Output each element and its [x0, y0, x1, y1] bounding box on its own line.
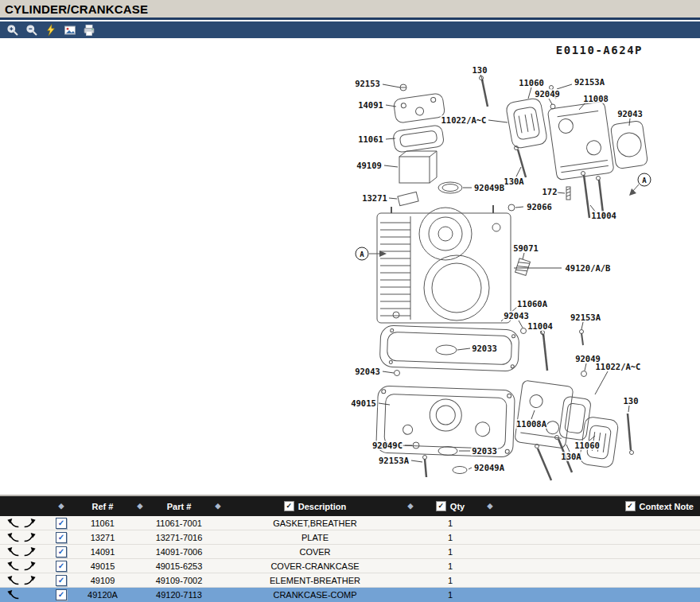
- column-context-note-label: Context Note: [640, 502, 694, 511]
- column-context-note[interactable]: ✓ Context Note: [498, 496, 700, 516]
- row-checkbox-icon[interactable]: ✓: [56, 518, 67, 529]
- part-label: 130A: [560, 452, 581, 461]
- column-description-label: Description: [298, 502, 347, 511]
- part-label: 130: [472, 65, 488, 75]
- row-checkbox-icon[interactable]: ✓: [56, 575, 67, 586]
- part-label: 92066: [526, 202, 553, 212]
- row-context-note: [498, 573, 700, 587]
- undo-arrow-icon[interactable]: [6, 532, 20, 542]
- toolbar: [0, 21, 700, 38]
- column-qty-label: Qty: [450, 502, 465, 511]
- part-label: 92153A: [378, 456, 410, 465]
- row-checkbox-icon[interactable]: ✓: [56, 561, 67, 572]
- table-row[interactable]: ✓1409114091-7006COVER1: [0, 545, 700, 559]
- part-label: 172: [542, 187, 558, 196]
- part-label: 11061: [357, 134, 384, 144]
- row-part: 49120-7113: [150, 588, 208, 601]
- check-icon: ✓: [438, 503, 445, 510]
- part-label: 49109: [356, 161, 383, 170]
- row-ref: 13271: [75, 530, 130, 544]
- check-icon: ✓: [627, 503, 633, 510]
- redo-arrow-icon[interactable]: [23, 532, 37, 542]
- row-qty: 1: [418, 530, 482, 544]
- app-window: CYLINDER/CRANKCASE: [0, 0, 700, 602]
- sort-icon[interactable]: ◆: [488, 503, 493, 510]
- row-context-note: [498, 516, 700, 530]
- row-arrow-group: [0, 530, 48, 544]
- row-description: PLATE: [228, 530, 402, 544]
- undo-arrow-icon[interactable]: [6, 575, 20, 585]
- row-arrow-group: [0, 559, 48, 573]
- part-label: 92153A: [570, 313, 601, 322]
- part-label: 130A: [503, 177, 524, 186]
- part-label: 11060A: [516, 299, 548, 309]
- undo-arrow-icon[interactable]: [6, 546, 20, 557]
- table-header: ◆ Ref # ◆ Part # ◆ ✓ Description ◆ ✓ Qty…: [0, 496, 700, 516]
- header-spacer: [0, 496, 48, 516]
- row-description: CRANKCASE-COMP: [228, 588, 402, 601]
- row-context-note: [498, 545, 700, 558]
- row-qty: 1: [418, 545, 482, 558]
- sort-icon[interactable]: ◆: [408, 503, 414, 510]
- part-label: 11008: [582, 94, 609, 103]
- image-icon[interactable]: [64, 24, 76, 37]
- part-label: 59071: [512, 243, 539, 253]
- row-description: ELEMENT-BREATHER: [228, 573, 402, 587]
- redo-arrow-icon[interactable]: [23, 546, 37, 557]
- lightning-icon[interactable]: [45, 24, 57, 37]
- row-qty: 1: [418, 588, 482, 601]
- sort-icon[interactable]: ◆: [138, 503, 143, 510]
- redo-arrow-icon[interactable]: [23, 518, 37, 528]
- row-checkbox-icon[interactable]: ✓: [56, 546, 67, 557]
- part-label: 92033: [471, 344, 498, 353]
- view-marker: A: [356, 247, 369, 261]
- table-row[interactable]: ✓4901549015-6253COVER-CRANKCASE1: [0, 559, 700, 573]
- redo-arrow-icon[interactable]: [23, 561, 37, 571]
- table-row[interactable]: ✓1106111061-7001GASKET,BREATHER1: [0, 516, 700, 530]
- redo-arrow-icon[interactable]: [23, 575, 37, 585]
- undo-arrow-icon[interactable]: [6, 561, 20, 571]
- row-part: 11061-7001: [150, 516, 208, 530]
- row-context-note: [498, 559, 700, 573]
- part-label: 92043: [354, 367, 381, 376]
- part-label: 92049C: [371, 441, 403, 450]
- table-row[interactable]: ✓49120A49120-7113CRANKCASE-COMP1: [0, 588, 700, 602]
- row-checkbox-icon[interactable]: ✓: [56, 532, 67, 543]
- row-description: COVER: [228, 545, 402, 558]
- zoom-in-icon[interactable]: [6, 24, 19, 37]
- row-ref: 49120A: [75, 588, 130, 601]
- print-icon[interactable]: [83, 24, 95, 37]
- row-part: 14091-7006: [150, 545, 208, 558]
- undo-arrow-icon[interactable]: [6, 589, 20, 600]
- qty-checkbox[interactable]: ✓: [436, 501, 446, 511]
- sort-icon[interactable]: ◆: [216, 503, 221, 510]
- column-ref[interactable]: Ref #: [75, 496, 130, 516]
- description-checkbox[interactable]: ✓: [284, 501, 294, 511]
- row-arrow-group: [0, 545, 48, 558]
- context-note-checkbox[interactable]: ✓: [625, 501, 636, 511]
- diagram-area: 921531301106092153A920491100892043140911…: [0, 38, 700, 495]
- parts-table: ◆ Ref # ◆ Part # ◆ ✓ Description ◆ ✓ Qty…: [0, 495, 700, 602]
- row-ref: 11061: [75, 516, 130, 530]
- row-checkbox-icon[interactable]: ✓: [56, 589, 67, 600]
- part-label: 92153A: [574, 77, 605, 87]
- column-description[interactable]: ✓ Description: [228, 496, 402, 516]
- row-ref: 14091: [75, 545, 130, 558]
- part-label: 11004: [590, 211, 617, 220]
- row-context-note: [498, 588, 700, 601]
- diagram-code: E0110-A624P: [556, 44, 643, 56]
- row-arrow-group: [0, 588, 48, 601]
- row-context-note: [498, 530, 700, 544]
- page-header: CYLINDER/CRANKCASE: [0, 0, 700, 20]
- table-row[interactable]: ✓4910949109-7002ELEMENT-BREATHER1: [0, 573, 700, 588]
- undo-arrow-icon[interactable]: [6, 518, 20, 528]
- row-qty: 1: [418, 516, 482, 530]
- column-qty[interactable]: ✓ Qty: [418, 496, 482, 516]
- column-part[interactable]: Part #: [150, 496, 208, 516]
- table-row[interactable]: ✓1327113271-7016PLATE1: [0, 530, 700, 545]
- row-ref: 49109: [75, 573, 130, 587]
- sort-icon[interactable]: ◆: [59, 503, 64, 510]
- part-label: 49120/A/B: [565, 263, 612, 273]
- zoom-out-icon[interactable]: [25, 24, 38, 37]
- part-label: 13271: [361, 193, 388, 203]
